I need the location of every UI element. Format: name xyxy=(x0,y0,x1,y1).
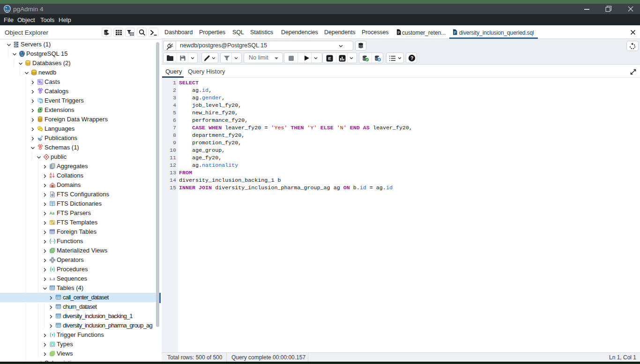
svg-text:?: ? xyxy=(410,56,413,61)
svg-text:E: E xyxy=(328,56,331,61)
